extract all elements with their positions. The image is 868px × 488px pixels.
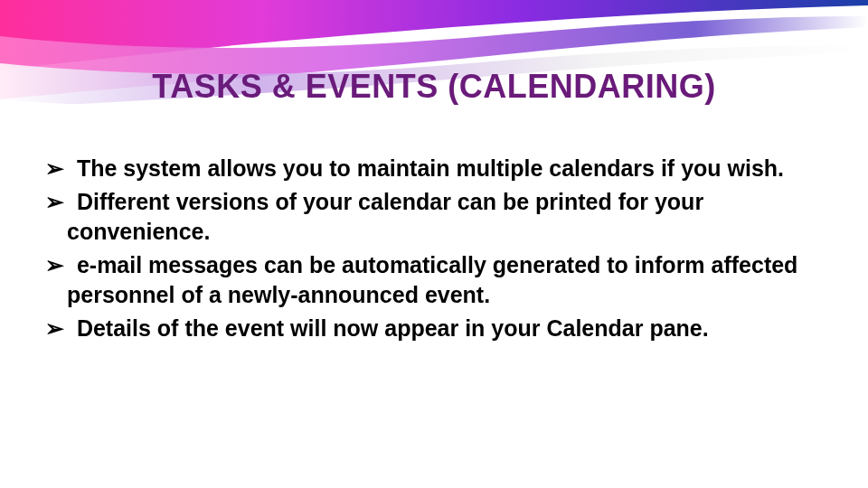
list-item: ➢ Details of the event will now appear i… [45,314,823,343]
list-item: ➢ e-mail messages can be automatically g… [45,250,823,310]
bullet-marker-icon: ➢ [45,315,64,341]
bullet-text: The system allows you to maintain multip… [77,155,784,181]
slide-content: TASKS & EVENTS (CALENDARING) ➢ The syste… [0,0,868,488]
bullet-marker-icon: ➢ [45,252,64,277]
bullet-text: e-mail messages can be automatically gen… [67,252,797,307]
bullet-text: Details of the event will now appear in … [77,315,709,341]
bullet-marker-icon: ➢ [45,155,64,181]
list-item: ➢ Different versions of your calendar ca… [45,187,823,247]
list-item: ➢ The system allows you to maintain mult… [45,154,823,183]
bullet-list: ➢ The system allows you to maintain mult… [45,154,823,347]
bullet-marker-icon: ➢ [45,189,64,214]
slide-title: TASKS & EVENTS (CALENDARING) [0,68,868,106]
bullet-text: Different versions of your calendar can … [67,189,703,244]
